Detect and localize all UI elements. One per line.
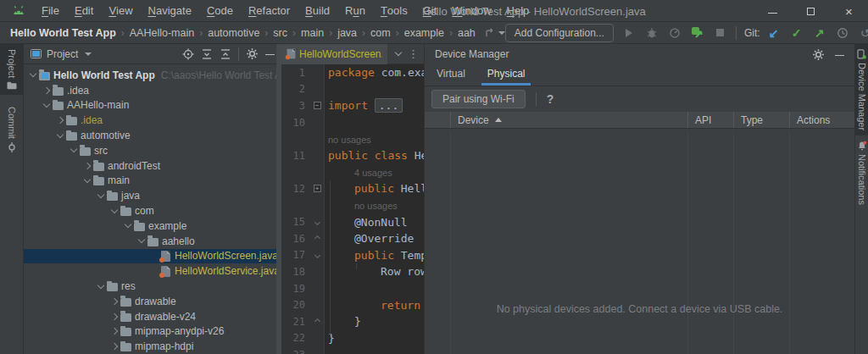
tree-item[interactable]: automotive: [24, 128, 276, 143]
tree-item[interactable]: main: [24, 174, 276, 189]
tree-item[interactable]: java: [24, 188, 276, 203]
history-clock-icon[interactable]: [835, 25, 850, 41]
fold-marker[interactable]: [310, 247, 325, 264]
chevron-collapsed-icon[interactable]: [54, 118, 66, 123]
debug-icon[interactable]: [644, 25, 659, 41]
tree-item[interactable]: AAHello-main: [24, 98, 276, 113]
chevron-collapsed-icon[interactable]: [108, 344, 120, 349]
menu-edit[interactable]: Edit: [67, 0, 101, 21]
breadcrumb-item[interactable]: automotive: [208, 27, 259, 39]
locate-icon[interactable]: [182, 48, 194, 60]
chevron-expanded-icon[interactable]: [108, 210, 120, 213]
tree-item[interactable]: drawable: [24, 294, 276, 309]
breadcrumb-item[interactable]: main: [301, 27, 324, 39]
chevron-down-icon[interactable]: [85, 53, 92, 56]
menu-run[interactable]: Run: [337, 0, 373, 21]
tab-virtual[interactable]: Virtual: [437, 68, 465, 86]
chevron-expanded-icon[interactable]: [27, 74, 39, 76]
nav-arrow-icon[interactable]: [484, 28, 505, 38]
chevron-expanded-icon[interactable]: [136, 240, 147, 242]
chevron-collapsed-icon[interactable]: [108, 314, 120, 319]
update-project-icon[interactable]: ↙: [766, 25, 782, 41]
chevron-collapsed-icon[interactable]: [108, 329, 120, 334]
chevron-expanded-icon[interactable]: [81, 180, 93, 182]
tree-item[interactable]: aahello: [24, 234, 276, 249]
inspections-ok-icon[interactable]: ✓: [395, 67, 402, 80]
hide-icon[interactable]: [265, 54, 275, 55]
menu-code[interactable]: Code: [199, 0, 241, 21]
tree-item[interactable]: drawable-v24: [24, 309, 276, 324]
rollback-icon[interactable]: ↺: [858, 25, 868, 41]
chevron-expanded-icon[interactable]: [41, 104, 53, 107]
attach-debugger-icon[interactable]: [690, 25, 705, 41]
tree-item[interactable]: HelloWorldScreen.java: [24, 249, 276, 264]
fold-marker[interactable]: +: [310, 180, 325, 197]
collapse-all-icon[interactable]: [220, 48, 231, 60]
breadcrumb-item[interactable]: src: [273, 27, 287, 39]
kebab-icon[interactable]: ⋮: [408, 47, 419, 60]
fold-marker[interactable]: [310, 213, 325, 230]
menu-navigate[interactable]: Navigate: [141, 0, 199, 21]
expand-all-icon[interactable]: [201, 48, 213, 60]
fold-marker[interactable]: −: [310, 97, 325, 114]
project-panel-title[interactable]: Project: [47, 48, 78, 60]
gear-icon[interactable]: [246, 47, 259, 60]
stripe-tab-device-manager[interactable]: Device Manager: [855, 44, 868, 136]
fold-marker[interactable]: [310, 313, 325, 330]
breadcrumb-item[interactable]: example: [404, 27, 444, 39]
menu-refactor[interactable]: Refactor: [241, 0, 298, 21]
breadcrumb-item[interactable]: AAHello-main: [130, 27, 194, 39]
column-device[interactable]: Device: [450, 112, 687, 128]
tree-item[interactable]: src: [24, 143, 276, 158]
column-type[interactable]: Type: [733, 112, 789, 128]
tree-item[interactable]: .idea: [24, 83, 276, 98]
chevron-expanded-icon[interactable]: [95, 195, 107, 197]
tree-item[interactable]: res: [24, 279, 276, 294]
breadcrumb-item[interactable]: Hello World Test App: [10, 27, 116, 39]
chevron-collapsed-icon[interactable]: [81, 163, 93, 169]
column-actions[interactable]: Actions: [789, 112, 854, 128]
column-api[interactable]: API: [687, 112, 733, 128]
gear-icon[interactable]: [812, 48, 825, 61]
breadcrumb-item[interactable]: aah: [458, 27, 476, 39]
maximize-button[interactable]: [792, 0, 830, 22]
fold-marker[interactable]: [310, 230, 325, 247]
tree-item[interactable]: androidTest: [24, 158, 276, 174]
minimize-button[interactable]: [754, 0, 792, 22]
menu-file[interactable]: File: [34, 0, 67, 21]
tree-item[interactable]: mipmap-hdpi: [24, 339, 276, 354]
tree-item[interactable]: example: [24, 218, 276, 234]
profiler-icon[interactable]: [667, 25, 682, 41]
hide-icon[interactable]: [835, 55, 844, 56]
breadcrumb-item[interactable]: com: [370, 27, 391, 39]
run-icon[interactable]: [621, 25, 637, 41]
commit-check-icon[interactable]: ✓: [789, 25, 804, 41]
chevron-collapsed-icon[interactable]: [108, 299, 120, 304]
chevron-expanded-icon[interactable]: [95, 285, 107, 288]
chevron-expanded-icon[interactable]: [54, 135, 66, 137]
tree-item[interactable]: com: [24, 203, 276, 218]
stripe-tab-notifications[interactable]: Notifications: [855, 136, 868, 210]
menu-tools[interactable]: Tools: [373, 0, 415, 21]
pair-wifi-button[interactable]: Pair using Wi-Fi: [431, 90, 526, 108]
chevron-expanded-icon[interactable]: [68, 149, 80, 152]
editor-tab-helloworldscreen[interactable]: HelloWorldScreen.java: [281, 44, 387, 64]
push-icon[interactable]: ↗: [812, 25, 827, 41]
stripe-tab-project[interactable]: Project: [0, 44, 23, 95]
stripe-tab-commit[interactable]: Commit: [0, 102, 23, 158]
close-button[interactable]: ×: [830, 0, 868, 22]
tree-item[interactable]: Hello World Test AppC:\aaos\Hello World …: [24, 68, 276, 83]
chevron-expanded-icon[interactable]: [122, 224, 134, 227]
help-icon[interactable]: ?: [547, 92, 554, 106]
tab-physical[interactable]: Physical: [487, 68, 526, 86]
tree-item[interactable]: HelloWorldService.java: [24, 263, 276, 279]
tree-item[interactable]: .idea: [24, 113, 276, 128]
tree-item[interactable]: mipmap-anydpi-v26: [24, 324, 276, 340]
stop-icon[interactable]: [713, 25, 728, 41]
breadcrumb-item[interactable]: java: [337, 27, 357, 39]
menu-view[interactable]: View: [101, 0, 140, 21]
menu-build[interactable]: Build: [298, 0, 337, 21]
chevron-down-icon[interactable]: [395, 49, 402, 56]
add-configuration-button[interactable]: Add Configuration...: [505, 24, 614, 42]
chevron-collapsed-icon[interactable]: [41, 88, 53, 93]
